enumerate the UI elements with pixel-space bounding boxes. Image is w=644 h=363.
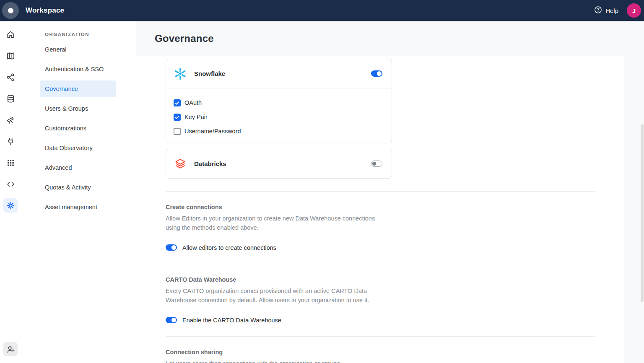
icon-rail [0,21,21,363]
sidebar-item-label: Customizations [45,125,86,132]
sidebar-item-quotas-activity[interactable]: Quotas & Activity [40,179,116,196]
username-password-checkbox[interactable] [174,128,181,135]
sidebar-item-label: Quotas & Activity [45,184,91,191]
settings-icon[interactable] [3,198,18,213]
divider [166,264,595,264]
toggle-knob [171,318,176,322]
sidebar-item-advanced[interactable]: Advanced [40,159,116,176]
divider [166,336,595,337]
map-icon[interactable] [3,49,18,63]
create-connections-section: Create connections Allow Editors in your… [166,204,595,252]
topbar-actions: Help J [594,3,641,18]
snowflake-name: Snowflake [194,70,225,77]
carto-data-warehouse-section: CARTO Data Warehouse Every CARTO organiz… [166,276,595,324]
user-avatar[interactable]: J [627,3,641,18]
help-label: Help [605,7,618,14]
databricks-card: Databricks [166,149,392,179]
sidebar-item-label: Asset management [45,204,97,210]
page-header: Governance [136,21,644,56]
connection-sharing-title: Connection sharing [166,349,595,355]
divider [166,191,595,192]
main-panel: Governance Snowflake OA [136,21,644,363]
sidebar-item-label: Data Observatory [45,145,93,151]
settings-content: Snowflake OAuth Key Pair [136,56,624,363]
sidebar-item-asset-management[interactable]: Asset management [40,199,116,215]
data-explorer-icon[interactable] [3,91,18,106]
toggle-knob [372,162,376,166]
databricks-logo-icon [173,157,187,171]
workflows-icon[interactable] [3,70,18,84]
allow-editors-toggle[interactable] [166,244,177,251]
connection-sharing-description: Let users share their connections with t… [166,359,390,363]
create-connections-title: Create connections [166,204,595,210]
invite-user-icon[interactable] [3,342,18,356]
oauth-label: OAuth [184,99,202,106]
applications-icon[interactable] [3,156,18,170]
oauth-checkbox[interactable] [174,99,181,106]
connection-sharing-section: Connection sharing Let users share their… [166,349,595,363]
sidebar-item-users-groups[interactable]: Users & Groups [40,100,116,117]
top-bar: Workspace Help J [0,0,644,21]
snowflake-card: Snowflake OAuth Key Pair [166,59,392,143]
carto-logo[interactable] [2,2,19,19]
sidebar-item-governance[interactable]: Governance [40,80,116,97]
key-pair-checkbox[interactable] [174,114,181,121]
avatar-initial: J [632,7,636,14]
snowflake-toggle[interactable] [371,70,382,77]
data-observatory-icon[interactable] [3,113,18,127]
scrollbar-thumb[interactable] [641,124,644,302]
key-pair-checkbox-row[interactable]: Key Pair [174,113,384,121]
carto-logo-dot [8,8,13,13]
page-title: Governance [155,33,214,44]
databricks-card-header: Databricks [166,149,392,178]
snowflake-card-header: Snowflake [166,59,392,88]
home-icon[interactable] [3,27,18,41]
sidebar-item-label: Users & Groups [45,105,88,112]
toggle-knob [377,71,382,76]
sidebar-section-label: ORGANIZATION [40,32,136,37]
help-button[interactable]: Help [594,6,618,15]
sidebar-item-label: General [45,46,67,53]
toggle-knob [171,245,176,250]
snowflake-auth-methods: OAuth Key Pair Username/Password [166,88,392,143]
username-password-checkbox-row[interactable]: Username/Password [174,127,384,135]
enable-carto-dw-toggle[interactable] [166,317,177,323]
sidebar-item-authentication-sso[interactable]: Authentication & SSO [40,61,116,78]
sidebar-item-general[interactable]: General [40,41,116,58]
allow-editors-toggle-row: Allow editors to create connections [166,243,595,252]
help-icon [594,6,602,15]
sidebar-item-label: Authentication & SSO [45,66,104,73]
databricks-name: Databricks [194,160,226,167]
allow-editors-toggle-label: Allow editors to create connections [182,244,276,251]
sidebar-item-customizations[interactable]: Customizations [40,120,116,137]
sidebar-item-label: Advanced [45,164,72,171]
carto-dw-description: Every CARTO organization comes provision… [166,287,390,305]
enable-carto-dw-toggle-label: Enable the CARTO Data Warehouse [182,317,281,324]
databricks-toggle[interactable] [371,161,382,167]
sidebar-item-data-observatory[interactable]: Data Observatory [40,140,116,156]
carto-dw-title: CARTO Data Warehouse [166,276,595,283]
key-pair-label: Key Pair [184,114,208,120]
connections-icon[interactable] [3,134,18,148]
workspace-title: Workspace [26,6,64,15]
scrollbar-gutter [624,56,644,363]
settings-sidebar: ORGANIZATION General Authentication & SS… [21,21,136,363]
developers-icon[interactable] [3,177,18,191]
create-connections-description: Allow Editors in your organization to cr… [166,214,390,232]
oauth-checkbox-row[interactable]: OAuth [174,99,384,107]
snowflake-logo-icon [173,67,187,81]
username-password-label: Username/Password [184,128,241,135]
enable-carto-dw-toggle-row: Enable the CARTO Data Warehouse [166,316,595,324]
sidebar-item-label: Governance [45,86,78,92]
